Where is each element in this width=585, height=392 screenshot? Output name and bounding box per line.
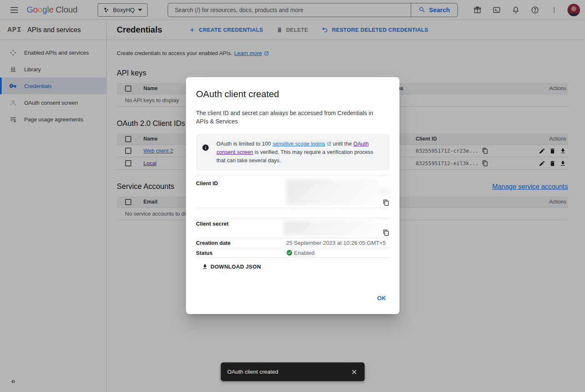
client-secret-row: Client secret <box>196 218 389 238</box>
creation-date-value: 25 September 2023 at 10:26:05 GMT+5 <box>286 240 389 246</box>
redacted-blur <box>284 221 379 236</box>
sensitive-scope-logins-link[interactable]: sensitive scope logins <box>272 141 325 147</box>
copy-client-secret-icon[interactable] <box>383 229 389 236</box>
close-icon[interactable] <box>350 368 358 376</box>
redacted-blur <box>286 179 380 205</box>
ok-button[interactable]: OK <box>374 292 389 304</box>
info-icon <box>202 144 209 151</box>
client-id-label: Client ID <box>196 180 286 208</box>
gcp-console: Google Cloud BoxyHQ Search <box>0 0 585 392</box>
info-banner: OAuth is limited to 100 sensitive scope … <box>196 134 389 171</box>
info-text-pre: OAuth is limited to 100 <box>216 141 272 147</box>
download-json-button[interactable]: DOWNLOAD JSON <box>202 264 261 270</box>
client-id-value-redacted <box>286 180 389 208</box>
dialog-body-text: The client ID and secret can always be a… <box>196 109 379 126</box>
client-id-row: Client ID <box>196 176 389 208</box>
client-secret-value-redacted <box>286 221 389 238</box>
download-icon <box>202 264 208 270</box>
external-link-icon <box>327 141 331 146</box>
snackbar: OAuth client created <box>221 362 364 381</box>
status-row: Status Enabled <box>196 248 389 258</box>
check-circle-icon <box>286 249 293 256</box>
info-text-mid: until the <box>331 141 354 147</box>
download-json-label: DOWNLOAD JSON <box>211 264 261 270</box>
oauth-client-created-dialog: OAuth client created The client ID and s… <box>186 77 399 314</box>
status-label: Status <box>196 250 286 256</box>
client-details: Client ID Client secret Creation date 25… <box>196 176 389 258</box>
client-secret-label: Client secret <box>196 221 286 238</box>
redacted-blur <box>379 188 391 195</box>
creation-date-row: Creation date 25 September 2023 at 10:26… <box>196 238 389 248</box>
status-value: Enabled <box>294 250 315 256</box>
snackbar-message: OAuth client created <box>227 369 278 375</box>
creation-date-label: Creation date <box>196 240 286 246</box>
dialog-title: OAuth client created <box>196 89 389 100</box>
empty-row <box>196 208 389 218</box>
info-banner-text: OAuth is limited to 100 sensitive scope … <box>216 140 383 165</box>
copy-client-id-icon[interactable] <box>383 199 389 206</box>
